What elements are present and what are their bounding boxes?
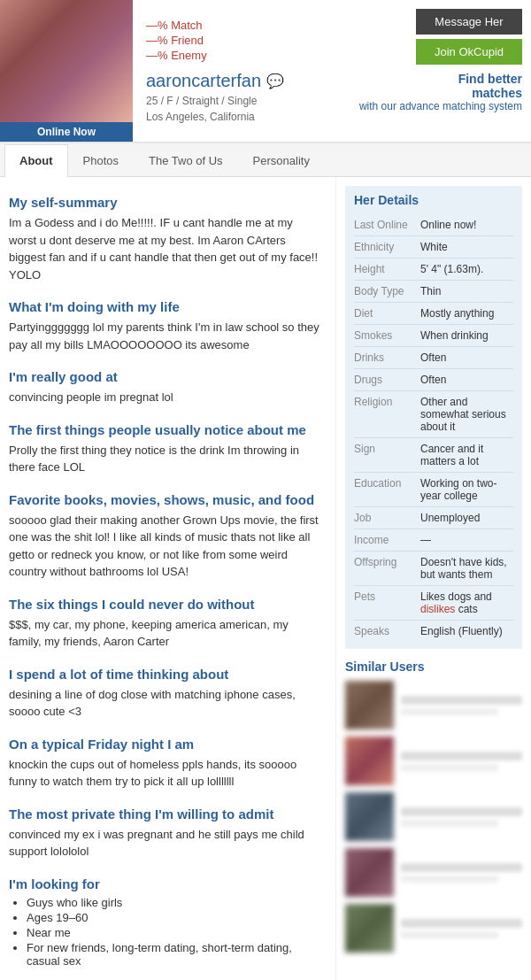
list-item: Ages 19–60 xyxy=(27,911,322,924)
tab-two-of-us[interactable]: The Two of Us xyxy=(134,144,238,176)
similar-user-detail xyxy=(401,708,498,715)
detail-row-ethnicity: Ethnicity White xyxy=(354,236,513,259)
detail-value: When drinking xyxy=(420,329,513,342)
detail-row-smokes: Smokes When drinking xyxy=(354,325,513,347)
list-item: For new friends, long-term dating, short… xyxy=(27,941,322,968)
similar-user-detail xyxy=(401,931,498,938)
tab-personality[interactable]: Personality xyxy=(238,144,325,176)
tab-photos[interactable]: Photos xyxy=(68,144,134,176)
tab-about[interactable]: About xyxy=(4,144,68,177)
username-row: aaroncarterfan 💬 xyxy=(146,71,337,91)
detail-row-education: Education Working on two-year college xyxy=(354,473,513,507)
similar-user-info xyxy=(401,863,522,883)
username: aaroncarterfan xyxy=(146,71,261,91)
enemy-percent: —% Enemy xyxy=(146,49,337,62)
detail-row-sign: Sign Cancer and it matters a lot xyxy=(354,438,513,473)
section-doing-body: Partyinggggggg lol my parents think I'm … xyxy=(9,319,322,353)
detail-row-job: Job Unemployed xyxy=(354,507,513,529)
detail-label: Offspring xyxy=(354,556,420,581)
similar-user-item[interactable] xyxy=(345,792,522,841)
detail-label: Speaks xyxy=(354,625,420,637)
detail-label: Smokes xyxy=(354,329,420,342)
similar-user-item[interactable] xyxy=(345,681,522,729)
section-notice-body: Prolly the first thing they notice is th… xyxy=(9,442,322,476)
detail-label: Drugs xyxy=(354,374,420,386)
detail-label: Ethnicity xyxy=(354,241,420,253)
location: Los Angeles, California xyxy=(146,111,337,123)
section-doing-title: What I'm doing with my life xyxy=(9,299,322,314)
similar-users-panel: Similar Users xyxy=(345,660,522,953)
section-thinking-title: I spend a lot of time thinking about xyxy=(9,667,322,682)
join-button[interactable]: Join OkCupid xyxy=(416,39,522,65)
detail-row-income: Income — xyxy=(354,529,513,552)
section-self-summary-body: Im a Godess and i do Me!!!!!. IF u cant … xyxy=(9,214,322,283)
similar-user-name xyxy=(401,919,522,928)
detail-row-body-type: Body Type Thin xyxy=(354,281,513,303)
section-good-at-body: convincing people im pregnat lol xyxy=(9,389,322,406)
detail-value: White xyxy=(420,241,513,253)
similar-user-item[interactable] xyxy=(345,848,522,897)
similar-user-thumb xyxy=(345,681,394,729)
section-six-things-title: The six things I could never do without xyxy=(9,597,322,612)
profile-photo-container: Online Now xyxy=(0,0,133,142)
detail-label: Sign xyxy=(354,443,420,467)
similar-user-detail xyxy=(401,876,498,883)
section-favorites-title: Favorite books, movies, shows, music, an… xyxy=(9,492,322,507)
detail-value: Working on two-year college xyxy=(420,477,513,502)
similar-user-name xyxy=(401,807,522,816)
detail-label: Religion xyxy=(354,396,420,433)
action-buttons: Message Her Join OkCupid Find better mat… xyxy=(350,0,531,142)
similar-user-thumb xyxy=(345,848,394,897)
detail-label: Last Online xyxy=(354,219,420,231)
similar-user-item[interactable] xyxy=(345,737,522,785)
section-friday-title: On a typical Friday night I am xyxy=(9,737,322,752)
age-gender-orientation: 25 / F / Straight / Single xyxy=(146,95,337,107)
detail-row-last-online: Last Online Online now! xyxy=(354,214,513,236)
similar-user-info xyxy=(401,807,522,827)
similar-user-name xyxy=(401,696,522,705)
detail-value: Thin xyxy=(420,285,513,297)
section-good-at-title: I'm really good at xyxy=(9,369,322,384)
detail-label: Job xyxy=(354,512,420,524)
similar-user-info xyxy=(401,696,522,715)
similar-user-thumb xyxy=(345,792,394,841)
detail-row-diet: Diet Mostly anything xyxy=(354,303,513,325)
section-thinking-body: desining a line of dog close with matchi… xyxy=(9,686,322,721)
detail-value: Cancer and it matters a lot xyxy=(420,443,513,467)
similar-user-name xyxy=(401,863,522,872)
section-notice-title: The first things people usually notice a… xyxy=(9,422,322,437)
friend-percent: —% Friend xyxy=(146,34,337,47)
find-better-promo: Find better matches with our advance mat… xyxy=(359,72,522,112)
similar-user-name xyxy=(401,752,522,760)
match-percent: —% Match xyxy=(146,19,337,32)
detail-label: Height xyxy=(354,263,420,275)
dislikes-text: dislikes xyxy=(420,603,455,615)
detail-label: Income xyxy=(354,534,420,546)
detail-value: Online now! xyxy=(420,219,513,231)
find-better-detail: with our advance matching system xyxy=(359,100,522,112)
detail-value: Unemployed xyxy=(420,512,513,524)
section-private-title: The most private thing I'm willing to ad… xyxy=(9,806,322,822)
similar-user-item[interactable] xyxy=(345,904,522,953)
detail-value: Other and somewhat serious about it xyxy=(420,396,513,433)
chat-icon: 💬 xyxy=(266,73,284,89)
section-looking-for-title: I'm looking for xyxy=(9,876,322,891)
detail-value: — xyxy=(420,534,513,546)
similar-user-detail xyxy=(401,764,498,771)
right-column: Her Details Last Online Online now! Ethn… xyxy=(336,177,531,980)
detail-row-speaks: Speaks English (Fluently) xyxy=(354,621,513,642)
her-details-panel: Her Details Last Online Online now! Ethn… xyxy=(345,186,522,649)
message-button[interactable]: Message Her xyxy=(416,9,522,35)
profile-image xyxy=(0,0,133,122)
section-self-summary-title: My self-summary xyxy=(9,195,322,210)
section-six-things-body: $$$, my car, my phone, keeping america a… xyxy=(9,616,322,651)
detail-value: Mostly anything xyxy=(420,307,513,320)
section-favorites-body: sooooo glad their making another Grown U… xyxy=(9,512,322,581)
left-column: My self-summary Im a Godess and i do Me!… xyxy=(0,177,336,980)
her-details-title: Her Details xyxy=(354,193,513,207)
match-info: —% Match —% Friend —% Enemy aaroncarterf… xyxy=(133,0,350,142)
detail-label: Body Type xyxy=(354,285,420,297)
detail-row-religion: Religion Other and somewhat serious abou… xyxy=(354,391,513,438)
similar-user-thumb xyxy=(345,904,394,953)
main-content: My self-summary Im a Godess and i do Me!… xyxy=(0,177,531,980)
